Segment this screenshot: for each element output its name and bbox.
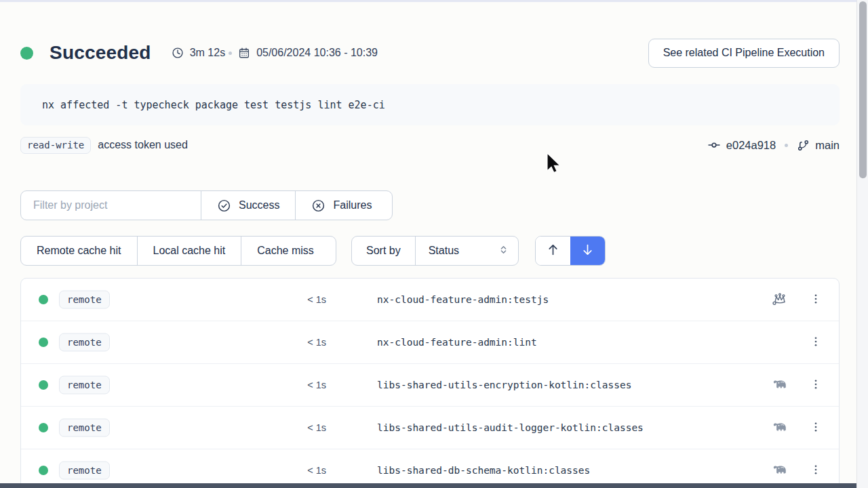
row-menu-button[interactable] [806,332,825,352]
project-filter-input[interactable] [21,191,201,220]
sort-field-value: Status [429,245,459,257]
task-list: remote < 1s nx-cloud-feature-admin:testj… [20,278,840,488]
filter-failures-button[interactable]: Failures [295,191,387,220]
table-row[interactable]: remote < 1s libs-shared-db-schema-kotlin… [21,449,839,488]
success-dot-icon [39,466,48,475]
token-row: read-write access token used e024a918 ma… [20,135,840,155]
kebab-icon [810,336,822,350]
gradle-icon [771,377,789,393]
commit-sha[interactable]: e024a918 [726,139,776,152]
success-dot-icon [39,423,48,432]
task-name[interactable]: libs-shared-db-schema-kotlin:classes [377,465,590,476]
check-circle-icon [217,199,231,213]
top-border [0,0,868,2]
kebab-icon [810,293,822,307]
task-name[interactable]: libs-shared-utils-encryption-kotlin:clas… [377,380,631,390]
sort-descending-button[interactable] [570,237,605,265]
row-menu-button[interactable] [806,460,825,481]
kebab-icon [810,421,822,435]
task-name[interactable]: libs-shared-utils-audit-logger-kotlin:cl… [377,422,644,433]
table-row[interactable]: remote < 1s libs-shared-utils-encryption… [21,364,839,407]
task-duration: < 1s [272,380,326,390]
token-scope-badge: read-write [20,137,91,154]
status-success-dot-icon [20,47,33,60]
success-dot-icon [39,338,48,347]
gradle-icon [771,462,789,479]
vcs-info: e024a918 main [707,138,840,152]
page-title: Succeeded [50,42,151,64]
command-box: nx affected -t typecheck package test te… [20,84,840,125]
cache-filter-group: Remote cache hit Local cache hit Cache m… [20,236,336,266]
branch-icon [797,139,810,152]
chevron-updown-icon [498,245,509,258]
sort-field-select[interactable]: Status [415,237,518,265]
task-duration: < 1s [272,465,326,476]
kebab-icon [810,464,822,478]
related-pipeline-button[interactable]: See related CI Pipeline Execution [648,39,840,68]
task-name[interactable]: nx-cloud-feature-admin:testjs [377,294,549,305]
table-row[interactable]: remote < 1s nx-cloud-feature-admin:testj… [21,279,839,321]
kebab-icon [810,378,822,392]
cache-source-badge: remote [59,419,110,437]
branch-name[interactable]: main [815,139,840,152]
cache-source-badge: remote [59,291,110,309]
token-label: access token used [98,139,188,151]
arrow-up-icon [546,243,560,259]
success-dot-icon [39,380,48,390]
run-header: Succeeded 3m 12s 05/06/2024 10:36 - 10:3… [20,37,840,68]
sort-direction-group [535,236,606,266]
task-name[interactable]: nx-cloud-feature-admin:lint [377,337,537,348]
cache-source-badge: remote [59,333,110,352]
separator-dot [229,52,232,55]
arrow-down-icon [580,243,595,259]
filter-remote-cache-button[interactable]: Remote cache hit [21,237,137,265]
task-duration: < 1s [272,294,326,305]
table-row[interactable]: remote < 1s nx-cloud-feature-admin:lint [21,321,839,364]
gradle-icon [771,420,789,436]
row-menu-button[interactable] [806,289,825,310]
run-command: nx affected -t typecheck package test te… [42,99,385,111]
row-menu-button[interactable] [806,418,825,438]
project-filter-group: Success Failures [20,190,393,220]
sort-by-label: Sort by [352,237,415,265]
jest-icon [771,291,789,308]
clock-icon [172,47,184,59]
mouse-cursor [547,153,563,179]
filter-local-cache-button[interactable]: Local cache hit [137,237,241,265]
task-duration: < 1s [272,422,326,433]
success-dot-icon [39,295,48,304]
table-row[interactable]: remote < 1s libs-shared-utils-audit-logg… [21,407,839,449]
cache-source-badge: remote [59,462,110,480]
task-duration: < 1s [272,337,326,348]
filter-success-button[interactable]: Success [201,191,295,220]
x-circle-icon [311,199,326,213]
scrollbar [856,0,868,488]
filter-cache-miss-button[interactable]: Cache miss [241,237,330,265]
row-menu-button[interactable] [806,375,825,395]
separator-dot [785,144,788,147]
sort-ascending-button[interactable] [536,237,570,265]
calendar-icon [238,47,250,59]
bottom-bar [0,483,856,488]
sort-group: Sort by Status [351,236,519,266]
scrollbar-thumb[interactable] [859,1,867,178]
run-duration: 3m 12s [172,47,225,59]
commit-icon [707,138,721,152]
run-date-range: 05/06/2024 10:36 - 10:39 [238,47,378,59]
cache-source-badge: remote [59,376,110,394]
